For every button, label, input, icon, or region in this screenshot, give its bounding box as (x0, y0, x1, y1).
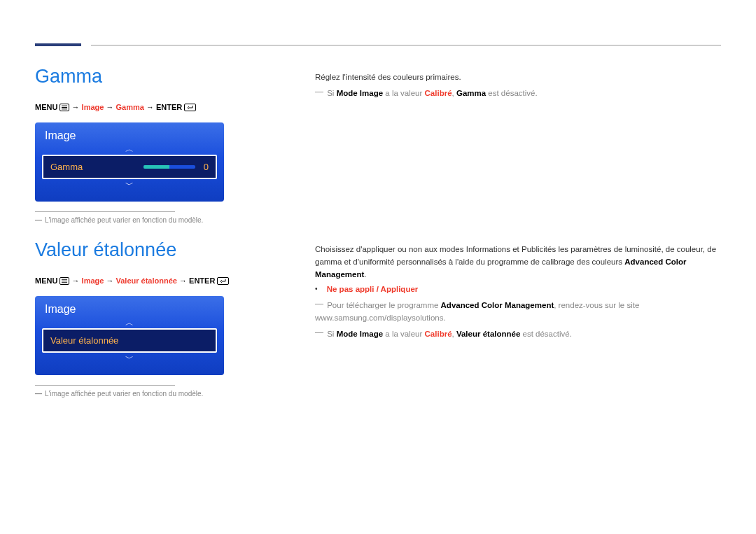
menu-icon (59, 104, 69, 113)
note-text: Pour télécharger le programme (327, 301, 440, 309)
note-text: est désactivé. (486, 89, 538, 97)
desc-text: . (364, 270, 366, 279)
note-mode: Mode Image (337, 89, 383, 97)
bc-menu: MENU (35, 276, 57, 285)
note-text: a la valeur (383, 89, 424, 97)
valeur-description: Choisissez d'appliquer ou non aux modes … (315, 244, 721, 281)
section-title-valeur: Valeur étalonnée (35, 239, 301, 261)
chevron-down-icon[interactable]: ﹀ (42, 354, 217, 363)
osd-gamma: Image ︿ Gamma 0 ﹀ (35, 122, 224, 202)
menu-icon (59, 277, 69, 286)
valeur-options: Ne pas appli / Appliquer (315, 283, 721, 296)
footnote-text: L'image affichée peut varier en fonction… (45, 216, 203, 224)
osd-title: Image (45, 129, 217, 142)
osd-row-value: 0 (204, 162, 209, 172)
divider (35, 385, 175, 386)
bc-valeur: Valeur étalonnée (116, 276, 177, 285)
footnote-text: L'image affichée peut varier en fonction… (45, 390, 203, 398)
gamma-slider[interactable] (144, 165, 195, 169)
note-text: est désactivé. (520, 330, 572, 338)
valeur-note-download: ― Pour télécharger le programme Advanced… (315, 299, 721, 325)
note-calibre: Calibré (425, 89, 452, 97)
section-title-gamma: Gamma (35, 66, 301, 87)
chevron-down-icon[interactable]: ﹀ (42, 181, 217, 189)
options-text: Ne pas appli / Appliquer (327, 285, 419, 293)
osd-row-label: Gamma (50, 162, 83, 172)
bc-enter: ENTER (156, 103, 182, 111)
note-text: Si (327, 330, 336, 338)
footnote-gamma: ―L'image affichée peut varier en fonctio… (35, 216, 301, 224)
osd-title: Image (45, 303, 217, 316)
bc-arrow: → (106, 276, 113, 285)
enter-icon (184, 104, 196, 113)
note-mode: Mode Image (337, 330, 383, 338)
bc-arrow: → (179, 276, 187, 285)
gamma-description: Réglez l'intensité des couleurs primaire… (315, 71, 721, 84)
note-valeur: Valeur étalonnée (456, 330, 520, 338)
breadcrumb-gamma: MENU → Image → Gamma → ENTER (35, 103, 301, 113)
bc-arrow: → (72, 276, 80, 285)
note-text: Si (327, 89, 336, 97)
note-gamma: Gamma (456, 89, 486, 97)
osd-row-valeur[interactable]: Valeur étalonnée (42, 328, 217, 353)
bc-image: Image (82, 276, 104, 285)
note-calibre: Calibré (425, 330, 452, 338)
bc-arrow: → (106, 103, 113, 111)
bc-gamma: Gamma (116, 103, 144, 111)
breadcrumb-valeur: MENU → Image → Valeur étalonnée → ENTER (35, 276, 301, 286)
gamma-note: ― Si Mode Image a la valeur Calibré, Gam… (315, 87, 721, 100)
osd-row-label: Valeur étalonnée (50, 335, 118, 346)
footnote-valeur: ―L'image affichée peut varier en fonctio… (35, 390, 301, 398)
bc-arrow: → (146, 103, 154, 111)
chevron-up-icon[interactable]: ︿ (42, 318, 217, 327)
bc-arrow: → (72, 103, 80, 111)
divider (35, 211, 175, 212)
note-text: a la valeur (383, 330, 424, 338)
valeur-note-disabled: ― Si Mode Image a la valeur Calibré, Val… (315, 328, 721, 341)
osd-row-gamma[interactable]: Gamma 0 (42, 155, 217, 179)
osd-valeur: Image ︿ Valeur étalonnée ﹀ (35, 296, 224, 375)
enter-icon (217, 277, 229, 286)
chevron-up-icon[interactable]: ︿ (42, 145, 217, 153)
bc-enter: ENTER (189, 276, 215, 285)
bc-menu: MENU (35, 103, 57, 111)
note-acm: Advanced Color Management (441, 301, 554, 309)
bc-image: Image (82, 103, 104, 111)
